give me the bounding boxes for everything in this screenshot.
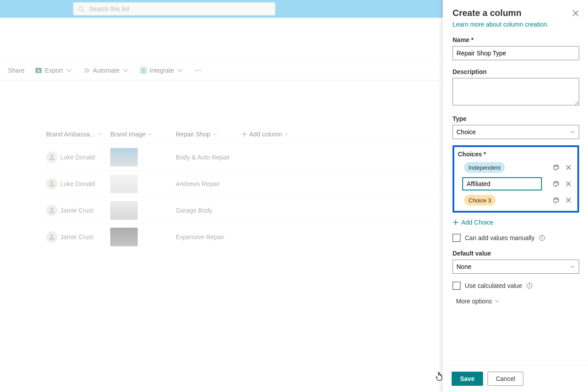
cell-ambassador: Luke Donald xyxy=(46,151,110,163)
cancel-button[interactable]: Cancel xyxy=(487,372,524,386)
thumbnail xyxy=(110,148,138,167)
search-box[interactable] xyxy=(73,2,275,16)
more-button[interactable] xyxy=(190,63,206,78)
person-icon xyxy=(48,153,56,161)
svg-point-14 xyxy=(50,181,53,184)
excel-icon: X xyxy=(35,67,42,74)
chevron-down-icon xyxy=(177,67,184,74)
svg-rect-4 xyxy=(141,68,143,70)
add-choice-button[interactable]: Add Choice xyxy=(453,219,579,226)
svg-point-31 xyxy=(557,199,558,200)
cell-ambassador: Jamie Crust xyxy=(46,205,110,216)
cell-image xyxy=(110,175,176,193)
name-input[interactable] xyxy=(453,46,579,60)
svg-point-26 xyxy=(557,182,558,183)
person-icon xyxy=(48,233,56,241)
calculated-value-checkbox[interactable] xyxy=(453,282,460,290)
add-column-label: Add column xyxy=(249,131,282,138)
panel-footer: Save Cancel xyxy=(443,365,588,392)
ambassador-name: Jamie Crust xyxy=(60,233,93,241)
cell-image xyxy=(110,148,176,167)
ambassador-name: Jamie Crust xyxy=(60,207,93,214)
add-column-button[interactable]: Add column xyxy=(241,131,289,138)
plus-icon xyxy=(453,219,459,225)
save-button[interactable]: Save xyxy=(452,372,483,386)
learn-more-link[interactable]: Learn more about column creation. xyxy=(453,21,549,28)
choice-row: Choice 3 xyxy=(458,195,574,206)
remove-choice-icon[interactable] xyxy=(565,197,572,204)
info-icon[interactable] xyxy=(539,235,545,241)
default-value-select[interactable]: None xyxy=(453,260,579,274)
flow-icon xyxy=(83,67,90,74)
choice-pill[interactable]: Independent xyxy=(464,162,505,173)
svg-point-24 xyxy=(554,182,555,183)
more-options-toggle[interactable]: More options xyxy=(453,298,579,305)
svg-rect-6 xyxy=(141,71,143,73)
integrate-label: Integrate xyxy=(150,67,174,74)
manual-values-checkbox[interactable] xyxy=(453,234,460,242)
more-options-label: More options xyxy=(456,298,492,305)
svg-point-0 xyxy=(79,6,83,10)
choice-row xyxy=(458,177,574,190)
create-column-panel: Create a column Learn more about column … xyxy=(443,0,588,392)
chevron-down-icon xyxy=(495,299,500,304)
grid-icon xyxy=(140,67,147,74)
avatar xyxy=(46,205,58,216)
plus-icon xyxy=(241,131,248,137)
chevron-down-icon xyxy=(147,132,153,137)
svg-point-19 xyxy=(554,166,555,167)
choice-pill[interactable]: Choice 3 xyxy=(464,195,495,206)
svg-point-13 xyxy=(50,155,53,157)
chevron-down-icon xyxy=(122,67,129,74)
search-input[interactable] xyxy=(89,5,271,12)
chevron-down-icon xyxy=(212,132,217,137)
column-repair-shop[interactable]: Repair Shop xyxy=(176,131,241,138)
automate-button[interactable]: Automate xyxy=(79,63,134,78)
person-icon xyxy=(48,180,56,188)
integrate-button[interactable]: Integrate xyxy=(135,63,188,78)
shop-name: Garage Body xyxy=(176,207,213,214)
column-brand-ambassador[interactable]: Brand Ambassa... xyxy=(46,131,110,138)
close-icon[interactable] xyxy=(572,10,579,17)
export-button[interactable]: X Export xyxy=(31,63,77,78)
cell-repair-shop: Garage Body xyxy=(176,207,309,214)
default-value-text: None xyxy=(456,263,471,270)
svg-point-25 xyxy=(556,182,557,183)
calculated-value-label: Use calculated value xyxy=(465,282,522,289)
column-label: Repair Shop xyxy=(176,131,210,138)
palette-icon[interactable] xyxy=(553,197,560,204)
svg-point-41 xyxy=(530,284,530,284)
choice-edit-input[interactable] xyxy=(462,177,542,190)
more-icon xyxy=(194,67,201,74)
info-icon[interactable] xyxy=(526,283,533,289)
cell-image xyxy=(110,228,176,246)
svg-point-10 xyxy=(200,70,201,71)
thumbnail xyxy=(110,175,138,193)
manual-values-label: Can add values manually xyxy=(465,234,534,241)
type-label: Type xyxy=(453,115,579,122)
svg-rect-7 xyxy=(144,71,146,73)
description-input[interactable] xyxy=(453,78,579,105)
cell-image xyxy=(110,201,176,220)
choice-row: Independent xyxy=(458,162,574,173)
cell-ambassador: Luke Donald xyxy=(46,178,110,190)
type-value: Choice xyxy=(456,128,476,136)
palette-icon[interactable] xyxy=(553,164,560,171)
chevron-down-icon xyxy=(97,132,102,137)
column-brand-image[interactable]: Brand Image xyxy=(110,131,176,138)
thumbnail xyxy=(110,201,138,220)
svg-point-29 xyxy=(554,199,555,200)
default-value-label: Default value xyxy=(453,250,579,257)
thumbnail xyxy=(110,228,138,246)
svg-point-30 xyxy=(556,198,557,199)
remove-choice-icon[interactable] xyxy=(565,164,572,171)
ambassador-name: Luke Donald xyxy=(60,154,95,161)
type-select[interactable]: Choice xyxy=(453,125,579,139)
svg-point-8 xyxy=(195,70,197,71)
automate-label: Automate xyxy=(93,67,120,74)
remove-choice-icon[interactable] xyxy=(565,180,572,187)
share-button[interactable]: Share xyxy=(4,63,29,78)
manual-values-row: Can add values manually xyxy=(453,234,579,242)
palette-icon[interactable] xyxy=(553,180,560,187)
svg-rect-5 xyxy=(144,68,146,70)
